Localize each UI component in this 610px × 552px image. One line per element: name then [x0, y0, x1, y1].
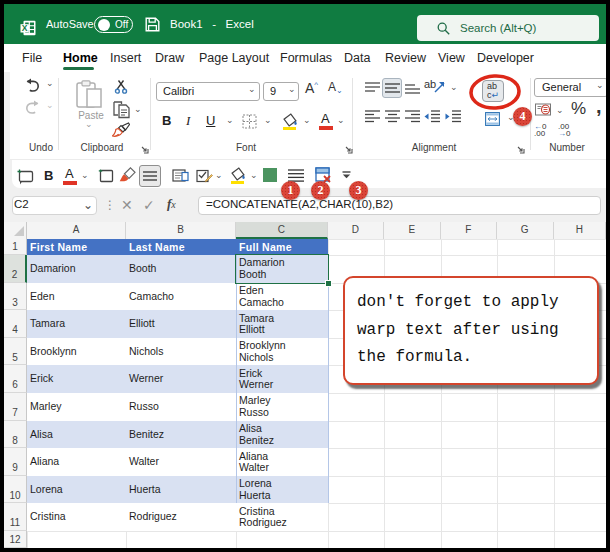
svg-text:X: X [22, 23, 28, 33]
